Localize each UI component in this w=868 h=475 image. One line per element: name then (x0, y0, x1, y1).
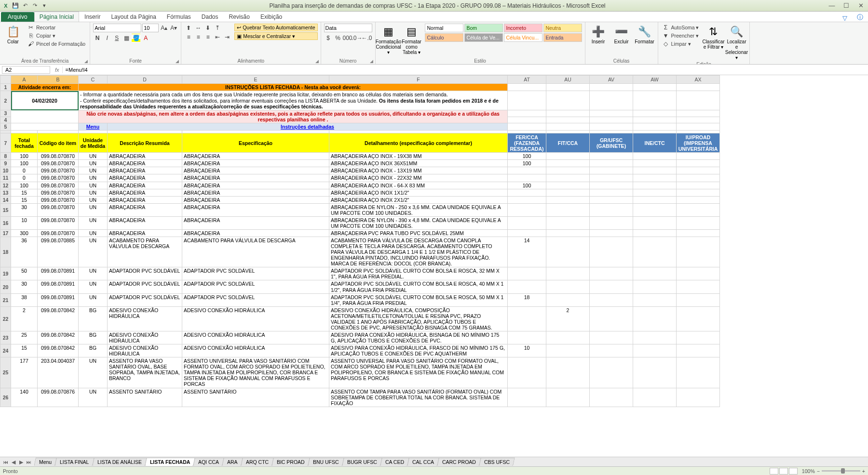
percent-icon[interactable]: % (334, 34, 342, 42)
cell[interactable]: 100 (508, 153, 546, 160)
cell[interactable]: ADESIVO CONEXÃO HIDRÁULICA (182, 344, 329, 357)
cell[interactable]: ACABAMENTO PARA VÁLVULA DE DESCARGA (108, 237, 182, 267)
row-header[interactable]: 19 (0, 267, 11, 280)
view-pagebreak-button[interactable] (789, 468, 798, 475)
cell[interactable]: ABRAÇADEIRA (182, 203, 329, 216)
cell[interactable] (633, 216, 677, 229)
cell[interactable]: ABRAÇADEIRA (182, 229, 329, 237)
column-header[interactable]: B (38, 76, 79, 84)
cell[interactable]: ACABAMENTO PARA VÁLVULA DE DESCARGA (182, 237, 329, 267)
delete-cells-button[interactable]: ➖Excluir (611, 24, 632, 45)
column-header[interactable]: AV (590, 76, 633, 84)
cell[interactable] (677, 331, 720, 344)
cell[interactable]: ADESIVO CONEXÃO HIDRÁULICA (182, 331, 329, 344)
redo-icon[interactable]: ↷ (31, 2, 39, 10)
cell[interactable] (633, 117, 677, 123)
cell[interactable] (677, 293, 720, 306)
format-painter-button[interactable]: 🖌Pincel de Formatação (26, 40, 87, 48)
file-tab[interactable]: Arquivo (1, 12, 34, 22)
cell[interactable]: ASSENTO SANITÁRIO (108, 388, 182, 407)
cell[interactable] (590, 189, 633, 196)
cell[interactable]: 140 (11, 388, 38, 407)
cell[interactable]: Total fechada (11, 133, 38, 153)
zoom-in-icon[interactable]: + (862, 468, 865, 474)
style-cell[interactable]: Célula Vincu... (504, 33, 542, 42)
cell[interactable]: 099.08.070870 (38, 153, 79, 160)
indent-increase-icon[interactable]: ⇥ (223, 33, 231, 41)
cell[interactable]: 2 (11, 306, 38, 331)
cell[interactable] (546, 196, 590, 203)
cell[interactable]: 38 (11, 293, 38, 306)
cell[interactable] (677, 174, 720, 182)
cell[interactable]: ABRAÇADEIRA AÇO INOX - 19X38 MM (329, 153, 508, 160)
sheet-tab[interactable]: CA CED (380, 458, 409, 466)
column-header[interactable]: D (108, 76, 182, 84)
cell[interactable]: 099.08.070870 (38, 189, 79, 196)
ribbon-minimize-icon[interactable]: ▽ (838, 14, 852, 22)
cell[interactable]: UN (79, 153, 108, 160)
font-size-select[interactable] (142, 24, 159, 32)
style-cell[interactable]: Entrada (543, 33, 582, 42)
comma-icon[interactable]: 000 (343, 34, 352, 42)
sheet-tab[interactable]: BIC PROAD (271, 458, 310, 466)
cell[interactable]: INE/CTC (633, 133, 677, 153)
fx-icon[interactable]: fx (52, 67, 62, 73)
minimize-button[interactable]: — (827, 2, 837, 9)
column-header[interactable]: AW (633, 76, 677, 84)
cell[interactable]: 099.08.070842 (38, 344, 79, 357)
cell[interactable] (590, 216, 633, 229)
cell[interactable]: 14 (508, 237, 546, 267)
cell[interactable]: 099.08.070885 (38, 237, 79, 267)
cell[interactable]: ABRAÇADEIRA (108, 196, 182, 203)
cell[interactable] (590, 123, 633, 131)
cell[interactable] (633, 160, 677, 167)
dialog-launcher-icon[interactable]: ◢ (370, 59, 373, 64)
cell[interactable]: ABRAÇADEIRA DE NYLON - 390 x 4,8 MM. CAD… (329, 216, 508, 229)
cell[interactable]: ABRAÇADEIRA (108, 167, 182, 174)
ribbon-tab[interactable]: Fórmulas (162, 12, 196, 22)
indent-decrease-icon[interactable]: ⇤ (213, 33, 222, 41)
style-cell[interactable]: Célula de Ve... (464, 33, 503, 42)
row-header[interactable]: 10 (0, 167, 11, 174)
cell[interactable] (546, 153, 590, 160)
qat-dropdown-icon[interactable]: ▾ (41, 2, 48, 10)
style-cell[interactable]: Normal (425, 24, 463, 32)
cell[interactable] (677, 216, 720, 229)
cell[interactable]: ABRAÇADEIRA (108, 182, 182, 189)
cell[interactable]: Especificação (182, 133, 329, 153)
row-header[interactable]: 11 (0, 174, 11, 182)
cell[interactable] (546, 267, 590, 280)
cell[interactable] (590, 344, 633, 357)
cell[interactable] (677, 182, 720, 189)
cell[interactable]: 099.08.070870 (38, 196, 79, 203)
paste-button[interactable]: 📋 Colar (3, 24, 23, 45)
cell[interactable] (590, 357, 633, 388)
cell[interactable]: ABRAÇADEIRA AÇO INOX - 64-X 83 MM (329, 182, 508, 189)
cell[interactable]: ASSENTO UNIVERSAL PARA VASO SANITÁRIO CO… (329, 357, 508, 388)
style-cell[interactable]: Incorreto (504, 24, 542, 32)
cell[interactable] (633, 237, 677, 267)
cut-button[interactable]: ✂Recortar (26, 24, 87, 31)
row-header[interactable]: 7 (0, 133, 11, 153)
cell[interactable] (677, 160, 720, 167)
cell[interactable] (546, 216, 590, 229)
cell-styles-gallery[interactable]: NormalBomIncorretoNeutraCálculoCélula de… (425, 24, 582, 42)
save-icon[interactable]: 💾 (12, 2, 19, 10)
fill-color-button[interactable]: 🪣 (132, 34, 140, 42)
cell[interactable] (677, 189, 720, 196)
cell[interactable]: ABRAÇADEIRA (108, 203, 182, 216)
cell[interactable]: ADAPTADOR PVC SOLDÁVEL (108, 293, 182, 306)
autosum-button[interactable]: ΣAutoSoma ▾ (661, 24, 701, 31)
cell[interactable]: ABRAÇADEIRA (182, 216, 329, 229)
row-header[interactable]: 8 (0, 153, 11, 160)
find-select-button[interactable]: 🔍Localizar e Selecionar ▾ (726, 24, 746, 61)
increase-decimal-icon[interactable]: .0→ (353, 34, 362, 42)
cell[interactable]: 15 (11, 196, 38, 203)
cell[interactable] (11, 123, 79, 131)
close-button[interactable]: ✕ (855, 2, 866, 9)
cell[interactable]: 10 (11, 216, 38, 229)
style-cell[interactable]: Cálculo (425, 33, 463, 42)
cell[interactable]: 100 (11, 160, 38, 167)
cell[interactable]: 15 (11, 189, 38, 196)
cell[interactable]: ABRAÇADEIRA (182, 196, 329, 203)
